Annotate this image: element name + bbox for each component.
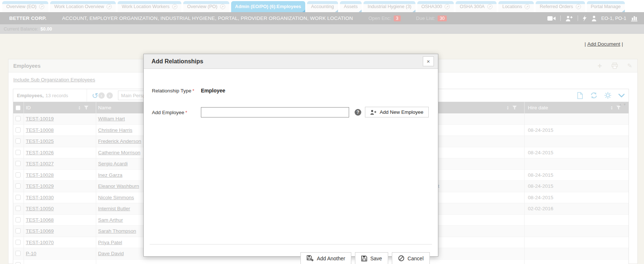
add-another-button[interactable]: Add Another xyxy=(300,252,351,264)
modal-footer: Add Another Save Cancel xyxy=(300,252,430,264)
save-button[interactable]: Save xyxy=(355,252,388,264)
relationship-type-value: Employee xyxy=(201,88,225,94)
cancel-icon xyxy=(398,255,404,261)
add-person-icon xyxy=(370,110,377,115)
cancel-label: Cancel xyxy=(407,256,424,261)
add-employee-label: Add Employee xyxy=(152,110,184,115)
modal-header: Add Relationships × xyxy=(144,54,438,69)
add-another-label: Add Another xyxy=(317,256,345,261)
modal-body: Relationship Type* Employee Add Employee… xyxy=(144,69,438,257)
app-window: { "colors": { "tab_active_bg": "#a9dcf3"… xyxy=(0,0,644,264)
required-marker: * xyxy=(192,88,194,94)
save-icon xyxy=(361,256,367,261)
save-label: Save xyxy=(370,256,382,261)
save-plus-icon xyxy=(307,255,314,262)
modal-title: Add Relationships xyxy=(152,58,203,65)
add-new-employee-button[interactable]: Add New Employee xyxy=(365,107,429,117)
add-new-employee-label: Add New Employee xyxy=(380,109,424,115)
relationship-type-label: Relationship Type xyxy=(152,88,191,94)
add-relationships-modal: Add Relationships × Relationship Type* E… xyxy=(143,54,438,257)
close-icon[interactable]: × xyxy=(423,56,434,66)
footer-divider xyxy=(150,244,432,244)
help-icon[interactable]: ? xyxy=(355,109,361,116)
required-marker: * xyxy=(185,110,187,115)
cancel-button[interactable]: Cancel xyxy=(392,252,430,264)
add-employee-input[interactable] xyxy=(201,107,349,117)
